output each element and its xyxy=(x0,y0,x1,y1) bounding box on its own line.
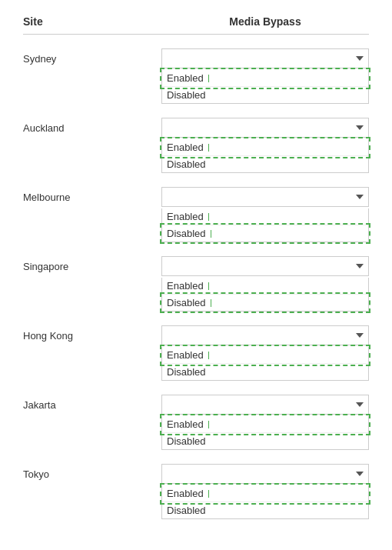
option-disabled[interactable]: Disabled xyxy=(162,502,368,518)
dropdown-trigger[interactable] xyxy=(161,256,369,276)
option-disabled-label: Disabled xyxy=(167,435,206,447)
option-enabled-label: Enabled xyxy=(167,418,204,430)
option-enabled[interactable]: Enabled xyxy=(162,70,368,87)
dropdown-trigger[interactable] xyxy=(161,395,369,415)
dropdown-options: EnabledDisabled xyxy=(161,208,369,242)
dropdown-trigger[interactable] xyxy=(161,325,369,345)
cursor-indicator xyxy=(208,421,209,428)
option-disabled[interactable]: Disabled xyxy=(162,364,368,380)
site-name: Jakarta xyxy=(23,395,161,411)
site-name: Tokyo xyxy=(23,464,161,480)
cursor-indicator xyxy=(208,282,209,290)
dropdown-container: EnabledDisabled xyxy=(161,118,369,173)
option-enabled-label: Enabled xyxy=(167,349,204,361)
site-name: Melbourne xyxy=(23,187,161,203)
cursor-indicator xyxy=(211,299,211,307)
table-row: MelbourneEnabledDisabled xyxy=(23,187,369,242)
dropdown-trigger[interactable] xyxy=(161,464,369,484)
table-row: Hong KongEnabledDisabled xyxy=(23,325,369,381)
page-container: Site Media Bypass SydneyEnabledDisabledA… xyxy=(0,0,392,548)
chevron-down-icon xyxy=(356,195,364,199)
option-disabled-label: Disabled xyxy=(167,228,206,239)
dropdown-trigger[interactable] xyxy=(161,118,369,138)
chevron-down-icon xyxy=(356,264,364,268)
dropdown-options: EnabledDisabled xyxy=(161,70,369,104)
option-enabled[interactable]: Enabled xyxy=(162,139,368,156)
option-disabled-label: Disabled xyxy=(167,366,206,378)
option-enabled-label: Enabled xyxy=(167,72,204,84)
dropdown-container: EnabledDisabled xyxy=(161,187,369,242)
dropdown-container: EnabledDisabled xyxy=(161,464,369,519)
table-header: Site Media Bypass xyxy=(23,15,369,35)
option-disabled-label: Disabled xyxy=(167,89,206,101)
table-row: SingaporeEnabledDisabled xyxy=(23,256,369,312)
option-disabled-label: Disabled xyxy=(167,505,206,516)
dropdown-container: EnabledDisabled xyxy=(161,48,369,104)
dropdown-container: EnabledDisabled xyxy=(161,395,369,450)
option-enabled-label: Enabled xyxy=(167,488,204,499)
dropdown-options: EnabledDisabled xyxy=(161,139,369,173)
table-row: TokyoEnabledDisabled xyxy=(23,464,369,519)
dropdown-trigger[interactable] xyxy=(161,48,369,68)
option-disabled[interactable]: Disabled xyxy=(162,87,368,103)
option-enabled-label: Enabled xyxy=(167,211,204,222)
option-disabled[interactable]: Disabled xyxy=(162,295,368,311)
dropdown-container: EnabledDisabled xyxy=(161,256,369,312)
option-disabled-label: Disabled xyxy=(167,297,206,308)
header-bypass: Media Bypass xyxy=(161,15,369,28)
rows-container: SydneyEnabledDisabledAucklandEnabledDisa… xyxy=(23,48,369,519)
dropdown-options: EnabledDisabled xyxy=(161,278,369,312)
site-name: Hong Kong xyxy=(23,325,161,342)
cursor-indicator xyxy=(208,144,209,152)
chevron-down-icon xyxy=(356,333,364,338)
option-disabled-label: Disabled xyxy=(167,158,206,170)
chevron-down-icon xyxy=(356,402,364,407)
dropdown-options: EnabledDisabled xyxy=(161,416,369,450)
table-row: JakartaEnabledDisabled xyxy=(23,395,369,450)
table-row: AucklandEnabledDisabled xyxy=(23,118,369,173)
option-disabled[interactable]: Disabled xyxy=(162,225,368,242)
option-disabled[interactable]: Disabled xyxy=(162,433,368,449)
site-name: Sydney xyxy=(23,48,161,65)
table-row: SydneyEnabledDisabled xyxy=(23,48,369,104)
dropdown-container: EnabledDisabled xyxy=(161,325,369,381)
chevron-down-icon xyxy=(356,472,364,476)
option-enabled[interactable]: Enabled xyxy=(162,208,368,225)
cursor-indicator xyxy=(208,352,209,359)
dropdown-options: EnabledDisabled xyxy=(161,485,369,519)
option-enabled-label: Enabled xyxy=(167,280,204,292)
cursor-indicator xyxy=(208,490,209,498)
option-disabled[interactable]: Disabled xyxy=(162,156,368,172)
cursor-indicator xyxy=(208,213,209,221)
dropdown-trigger[interactable] xyxy=(161,187,369,207)
site-name: Singapore xyxy=(23,256,161,272)
chevron-down-icon xyxy=(356,56,364,61)
chevron-down-icon xyxy=(356,125,364,130)
dropdown-options: EnabledDisabled xyxy=(161,347,369,381)
cursor-indicator xyxy=(211,230,211,238)
header-site: Site xyxy=(23,15,161,28)
option-enabled[interactable]: Enabled xyxy=(162,416,368,433)
option-enabled-label: Enabled xyxy=(167,142,204,153)
option-enabled[interactable]: Enabled xyxy=(162,347,368,364)
site-name: Auckland xyxy=(23,118,161,134)
option-enabled[interactable]: Enabled xyxy=(162,278,368,295)
cursor-indicator xyxy=(208,75,209,82)
option-enabled[interactable]: Enabled xyxy=(162,485,368,502)
